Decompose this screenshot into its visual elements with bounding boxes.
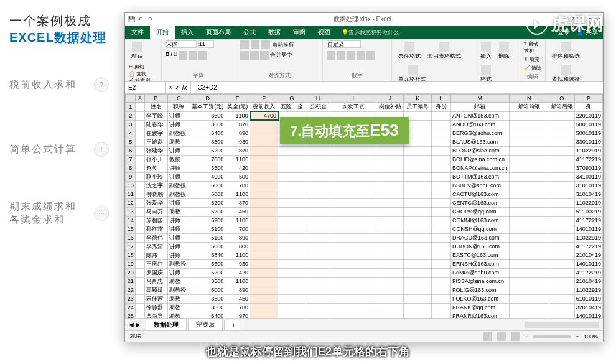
cell[interactable]: 助教 [167,138,190,146]
cell[interactable]: 31010119 [574,181,602,190]
cell[interactable]: 副教授 [167,181,190,190]
cell[interactable]: 副教授 [167,190,190,198]
cell[interactable]: FOLIG@163.com [450,286,509,294]
cell[interactable] [404,233,431,242]
cell[interactable]: 780 [225,303,250,312]
cell[interactable] [549,312,574,318]
cell[interactable]: 副教授 [167,129,190,138]
dec-decimal-icon[interactable] [366,51,375,60]
tab-data[interactable]: 数据 [262,26,287,39]
copy-button[interactable]: 📋 复制 [129,70,150,77]
cell[interactable]: 870 [225,198,250,207]
cell[interactable] [136,251,144,259]
cell[interactable]: 870 [225,120,250,129]
qat-undo-icon[interactable]: ↶ [138,16,144,22]
corner-cell[interactable] [126,95,136,103]
cell[interactable]: 耿小玲 [144,172,167,181]
cell[interactable] [549,242,574,251]
cell-E16[interactable] [250,233,278,242]
cell[interactable] [549,225,574,233]
bold-button[interactable]: B [166,51,170,60]
cell[interactable] [431,190,450,198]
cell-E11[interactable] [250,190,278,198]
fill-button[interactable]: ⬇ 填充 [524,56,539,63]
cell[interactable] [136,129,144,138]
cell[interactable]: DUBON@163.com [450,242,509,251]
h-scrollbar[interactable] [525,322,599,328]
cell[interactable]: FISSA@sina.com.cn [450,277,509,286]
cell[interactable] [376,233,404,242]
cell[interactable] [376,155,404,164]
cell[interactable]: 7000 [190,155,225,164]
cell[interactable] [136,103,144,112]
cell[interactable]: 6400 [190,129,225,138]
cell[interactable] [404,312,431,318]
cell[interactable] [306,277,330,286]
autosum-button[interactable]: Σ 自动求和 [524,40,541,54]
cell-E18[interactable] [250,251,278,259]
cell[interactable]: 马肖忠 [144,277,167,286]
row-header[interactable]: 19 [126,259,136,268]
cell[interactable] [509,155,549,164]
cell[interactable] [404,207,431,216]
cell[interactable]: CONSH@qq.com [450,225,509,233]
cell[interactable]: 张小川 [144,155,167,164]
cell[interactable] [136,268,144,277]
zoom-slider[interactable] [533,335,571,338]
cell[interactable] [376,207,404,216]
row-header[interactable]: 23 [126,294,136,303]
sheet-tab-add[interactable]: + [224,320,240,330]
insert-cells-button[interactable]: 插入 [478,40,494,62]
cell[interactable] [306,251,330,259]
cell[interactable] [404,155,431,164]
cell[interactable] [509,120,549,129]
col-header-I[interactable]: I [330,95,376,103]
cell[interactable] [431,146,450,155]
cell[interactable] [376,251,404,259]
cell[interactable] [330,268,376,277]
cell[interactable]: 930 [225,138,250,146]
cell[interactable] [306,216,330,225]
cell[interactable] [431,286,450,294]
cell[interactable]: 34100119 [574,172,602,181]
currency-icon[interactable] [327,51,335,60]
cell[interactable] [509,294,549,303]
cell[interactable] [509,207,549,216]
cell-E17[interactable] [250,242,278,251]
cell[interactable]: 苏相国 [144,216,167,225]
cell[interactable] [376,312,404,318]
cell[interactable] [136,190,144,198]
cell[interactable] [509,312,549,318]
cell[interactable]: 讲师 [167,111,190,120]
cell[interactable] [330,294,376,303]
cell[interactable] [330,207,376,216]
cell[interactable]: 3800 [190,303,225,312]
cell[interactable] [306,259,330,268]
cell[interactable]: 税前收入 [250,103,278,112]
cell[interactable] [330,251,376,259]
cell[interactable] [306,268,330,277]
cell[interactable] [278,312,306,318]
cell[interactable]: 赵英 [144,164,167,172]
cell[interactable]: 3500 [190,164,225,172]
cell[interactable]: BONAP@sina.com.cn [450,164,509,172]
cell[interactable]: 870 [225,146,250,155]
cell[interactable]: FOLKO@163.com [450,294,509,303]
cell-E4[interactable] [250,129,278,138]
row-header[interactable]: 8 [126,164,136,172]
nav-btn-help[interactable]: ? [94,77,109,92]
cell[interactable]: 4000 [190,172,225,181]
cell[interactable]: 孙红雷 [144,225,167,233]
cell[interactable]: BSBEV@sohu.com [450,181,509,190]
cell[interactable] [549,233,574,242]
cell[interactable]: 41172219 [574,216,602,225]
cell[interactable]: 身份 [431,103,450,112]
cell[interactable] [278,303,306,312]
cell[interactable]: 930 [225,259,250,268]
cell[interactable]: 11022919 [574,286,602,294]
tab-layout[interactable]: 页面布局 [200,26,237,39]
cell[interactable]: 420 [225,268,250,277]
cell[interactable]: 陆春华 [144,120,167,129]
cell[interactable] [330,181,376,190]
cell[interactable] [278,294,306,303]
